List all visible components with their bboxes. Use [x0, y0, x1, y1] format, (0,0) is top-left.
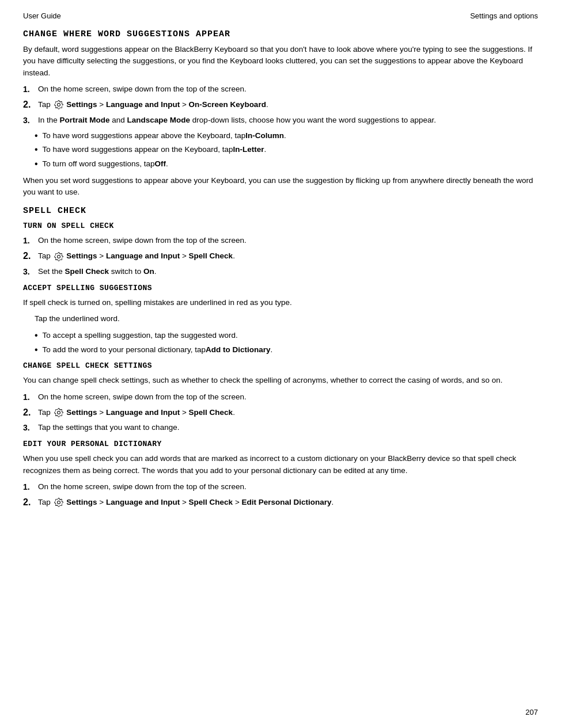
change-spell-step-1-text: On the home screen, swipe down from the …	[38, 391, 538, 403]
turn-on-step-num-2: 2.	[23, 250, 36, 262]
spell-check-label-3: Spell Check	[189, 498, 233, 506]
header-right: Settings and options	[470, 12, 538, 20]
section-change-spell-check: CHANGE SPELL CHECK SETTINGS You can chan…	[23, 361, 538, 434]
on-label: On	[143, 267, 154, 276]
turn-on-steps: 1. On the home screen, swipe down from t…	[23, 235, 538, 278]
step-2-content: Tap Settings > Language and Input > On-S…	[38, 99, 538, 110]
sub-heading-accept-spelling: ACCEPT SPELLING SUGGESTIONS	[23, 284, 538, 292]
edit-dict-step-num-1: 1.	[23, 481, 36, 493]
settings-label-2: Settings	[66, 251, 97, 260]
bullet-in-column: To have word suggestions appear above th…	[35, 130, 538, 142]
edit-personal-dict-label: Edit Personal Dictionary	[242, 498, 332, 506]
step-num-2: 2.	[23, 99, 36, 111]
accept-spelling-bullets: To accept a spelling suggestion, tap the…	[35, 330, 538, 356]
step-1-change-word: 1. On the home screen, swipe down from t…	[23, 83, 538, 96]
settings-label-4: Settings	[66, 498, 97, 506]
gear-icon-3	[54, 408, 63, 417]
change-word-steps: 1. On the home screen, swipe down from t…	[23, 83, 538, 127]
page-number: 207	[525, 708, 538, 716]
section-change-word-suggestions: CHANGE WHERE WORD SUGGESTIONS APPEAR By …	[23, 29, 538, 198]
turn-on-step-num-3: 3.	[23, 266, 36, 278]
step-3-change-word: 3. In the Portrait Mode and Landscape Mo…	[23, 115, 538, 127]
turn-on-step-2-content: Tap Settings > Language and Input > Spel…	[38, 250, 538, 262]
bullet-off: To turn off word suggestions, tap Off.	[35, 158, 538, 170]
turn-on-step-1-text: On the home screen, swipe down from the …	[38, 235, 538, 246]
change-spell-step-3-text: Tap the settings that you want to change…	[38, 422, 538, 433]
in-letter-label: In-Letter	[233, 144, 264, 155]
edit-dict-step-2: 2. Tap Settings > Language and Input > S…	[23, 497, 538, 509]
gear-icon-4	[54, 498, 63, 507]
section-turn-on-spell-check: TURN ON SPELL CHECK 1. On the home scree…	[23, 222, 538, 278]
language-input-label: Language and Input	[106, 100, 180, 109]
change-spell-step-num-1: 1.	[23, 391, 36, 403]
change-spell-step-2: 2. Tap Settings > Language and Input > S…	[23, 407, 538, 419]
turn-on-step-3-text: Set the Spell Check switch to On.	[38, 266, 538, 277]
sub-heading-turn-on: TURN ON SPELL CHECK	[23, 222, 538, 230]
change-word-bullets: To have word suggestions appear above th…	[35, 130, 538, 170]
edit-dict-step-1-text: On the home screen, swipe down from the …	[38, 481, 538, 493]
edit-dict-step-num-2: 2.	[23, 497, 36, 509]
step-3-text: In the Portrait Mode and Landscape Mode …	[38, 115, 538, 126]
turn-on-step-num-1: 1.	[23, 235, 36, 247]
edit-dict-step-2-content: Tap Settings > Language and Input > Spel…	[38, 497, 538, 508]
section-edit-personal-dictionary: EDIT YOUR PERSONAL DICTIONARY When you u…	[23, 440, 538, 508]
step-num-1: 1.	[23, 83, 36, 96]
change-spell-step-num-2: 2.	[23, 407, 36, 419]
accept-spelling-intro: If spell check is turned on, spelling mi…	[23, 297, 538, 308]
turn-on-step-3: 3. Set the Spell Check switch to On.	[23, 266, 538, 278]
bullet-add-dictionary: To add the word to your personal diction…	[35, 344, 538, 356]
landscape-mode-label: Landscape Mode	[127, 116, 191, 124]
bullet-in-letter: To have word suggestions appear on the K…	[35, 144, 538, 156]
lang-input-2: Language and Input	[106, 251, 180, 260]
change-spell-step-num-3: 3.	[23, 422, 36, 434]
on-screen-keyboard-label: On-Screen Keyboard	[189, 100, 266, 109]
bullet-accept-suggestion: To accept a spelling suggestion, tap the…	[35, 330, 538, 342]
section-heading-change-word-suggestions: CHANGE WHERE WORD SUGGESTIONS APPEAR	[23, 29, 538, 39]
tap-underlined-word: Tap the underlined word.	[35, 313, 538, 325]
edit-dictionary-steps: 1. On the home screen, swipe down from t…	[23, 481, 538, 509]
add-to-dictionary-label: Add to Dictionary	[206, 344, 271, 356]
header-left: User Guide	[23, 12, 61, 20]
settings-label-3: Settings	[66, 408, 97, 417]
lang-input-4: Language and Input	[106, 498, 180, 506]
change-spell-step-1: 1. On the home screen, swipe down from t…	[23, 391, 538, 403]
spell-check-label-2: Spell Check	[189, 408, 233, 417]
settings-label: Settings	[66, 100, 97, 109]
spell-check-label: Spell Check	[189, 251, 233, 260]
header-bar: User Guide Settings and options	[23, 12, 538, 20]
change-spell-step-2-content: Tap Settings > Language and Input > Spel…	[38, 407, 538, 418]
section-spell-check: SPELL CHECK	[23, 206, 538, 216]
off-label: Off	[154, 158, 166, 170]
turn-on-step-2: 2. Tap Settings > Language and Input > S…	[23, 250, 538, 262]
edit-dict-step-1: 1. On the home screen, swipe down from t…	[23, 481, 538, 493]
section-heading-spell-check: SPELL CHECK	[23, 206, 538, 216]
sub-heading-edit-dictionary: EDIT YOUR PERSONAL DICTIONARY	[23, 440, 538, 448]
portrait-mode-label: Portrait Mode	[60, 116, 110, 124]
change-spell-check-steps: 1. On the home screen, swipe down from t…	[23, 391, 538, 434]
sub-heading-change-spell-check: CHANGE SPELL CHECK SETTINGS	[23, 361, 538, 370]
change-spell-step-3: 3. Tap the settings that you want to cha…	[23, 422, 538, 434]
step-num-3: 3.	[23, 115, 36, 127]
lang-input-3: Language and Input	[106, 408, 180, 417]
in-column-label: In-Column	[245, 130, 284, 142]
spell-check-switch-label: Spell Check	[65, 267, 109, 276]
change-word-intro: By default, word suggestions appear on t…	[23, 44, 538, 79]
step-1-text: On the home screen, swipe down from the …	[38, 83, 538, 95]
step-2-change-word: 2. Tap Settings > Language and Input > O…	[23, 99, 538, 111]
section-accept-spelling: ACCEPT SPELLING SUGGESTIONS If spell che…	[23, 284, 538, 356]
change-word-footer: When you set word suggestions to appear …	[23, 175, 538, 199]
turn-on-step-1: 1. On the home screen, swipe down from t…	[23, 235, 538, 247]
change-spell-check-intro: You can change spell check settings, suc…	[23, 375, 538, 386]
edit-dictionary-intro: When you use spell check you can add wor…	[23, 453, 538, 477]
page-container: User Guide Settings and options CHANGE W…	[0, 0, 561, 535]
gear-icon	[54, 100, 63, 109]
gear-icon-2	[54, 252, 63, 261]
